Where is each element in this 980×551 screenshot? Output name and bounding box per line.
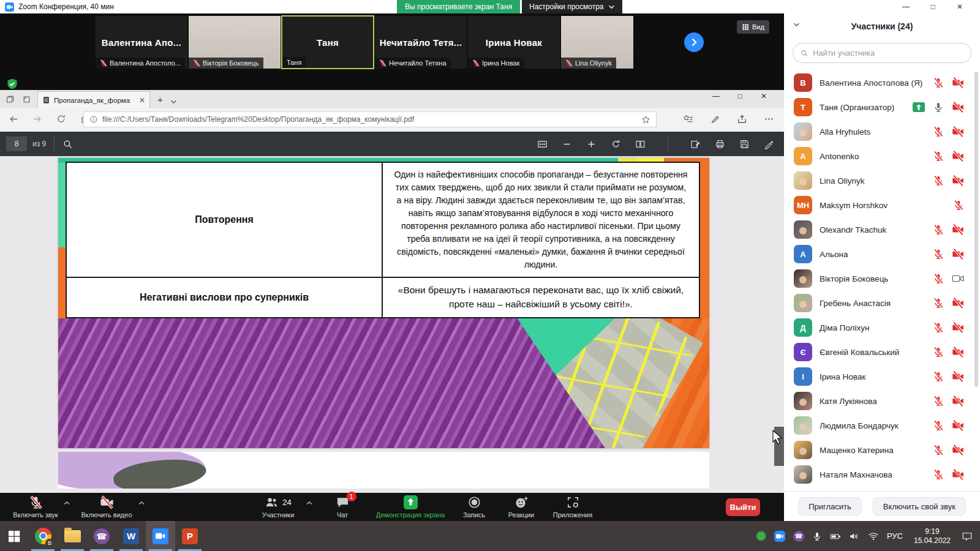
caret-up-icon[interactable] xyxy=(138,501,145,505)
minimize-button[interactable]: — xyxy=(897,0,915,13)
back-icon[interactable] xyxy=(9,114,19,124)
refresh-icon[interactable] xyxy=(56,114,66,124)
taskbar-viber[interactable]: ☎ xyxy=(87,521,116,551)
avatar xyxy=(794,220,812,239)
toolbar-record-button[interactable]: Запись xyxy=(454,495,494,519)
search-icon[interactable] xyxy=(62,139,73,149)
participant-row[interactable]: Гребень Анастасія xyxy=(784,291,980,315)
toolbar-reactions-button[interactable]: Реакции xyxy=(501,495,541,519)
unmute-self-button[interactable]: Включить свой звук xyxy=(873,497,966,515)
participant-row[interactable]: ВВалентина Апостолова (Я) xyxy=(784,70,980,95)
favorites-list-icon[interactable] xyxy=(683,114,693,124)
save-icon[interactable] xyxy=(739,139,750,149)
tabs-preview-icon[interactable] xyxy=(22,95,31,104)
taskbar-zoom[interactable] xyxy=(146,521,175,551)
video-tile-4[interactable]: Нечитайло Тетя...Нечитайло Тетяна xyxy=(374,15,467,69)
participant-row[interactable]: Наталя Махначова xyxy=(784,462,980,487)
browser-restore-button[interactable]: □ xyxy=(738,92,742,100)
participant-row[interactable]: Lina Oliynyk xyxy=(784,168,980,193)
taskbar-powerpoint[interactable]: P xyxy=(175,521,205,551)
info-icon[interactable] xyxy=(89,115,98,124)
page-number-field[interactable]: 8 xyxy=(6,137,27,151)
video-tile-5[interactable]: Ірина НовакІрина Новак xyxy=(467,15,560,69)
notification-center-icon[interactable] xyxy=(962,531,973,542)
panel-collapse-chevron-icon[interactable] xyxy=(793,23,800,27)
restore-button[interactable]: □ xyxy=(924,0,942,13)
view-button[interactable]: Вид xyxy=(737,20,769,34)
close-button[interactable]: ✕ xyxy=(951,0,969,13)
viber-tray-icon[interactable]: ☎ xyxy=(793,531,804,542)
set-tabs-aside-icon[interactable] xyxy=(6,95,15,104)
taskbar-chrome[interactable]: B xyxy=(28,521,58,551)
participant-row[interactable]: ТТаня (Организатор) xyxy=(784,95,980,119)
caret-up-icon[interactable] xyxy=(64,501,70,505)
tab-close-icon[interactable]: ✕ xyxy=(139,96,145,105)
participant-row[interactable]: ЄЄвгеній Ковальський xyxy=(784,340,980,364)
pdf-content-area[interactable]: Повторення Один із найефективніших спосо… xyxy=(0,156,784,493)
print-icon[interactable] xyxy=(715,139,725,149)
search-participant-input[interactable]: Найти участника xyxy=(793,43,971,63)
invite-button[interactable]: Пригласить xyxy=(798,497,862,515)
antivirus-tray-icon[interactable] xyxy=(756,531,766,541)
draw-icon[interactable] xyxy=(764,139,774,149)
volume-icon[interactable] xyxy=(849,531,860,542)
participant-row[interactable]: ІІрина Новак xyxy=(784,364,980,389)
video-muted-icon xyxy=(952,297,964,309)
favorites-star-icon[interactable] xyxy=(641,115,650,124)
new-tab-button[interactable]: + xyxy=(150,94,169,108)
toolbar-share-screen-button[interactable]: Демонстрация экрана xyxy=(368,495,453,519)
next-participants-button[interactable] xyxy=(684,32,704,52)
address-bar[interactable]: file:///C:/Users/Таня/Downloads/Telegram… xyxy=(83,111,657,127)
participant-row[interactable]: AAntonenko xyxy=(784,144,980,168)
participant-row[interactable]: Olexandr Tkachuk xyxy=(784,217,980,242)
video-tile-2[interactable]: Вікторія Боковець xyxy=(188,15,281,69)
video-tile-3[interactable]: ТаняТаня xyxy=(281,15,374,69)
participant-row[interactable]: ААльона xyxy=(784,242,980,266)
share-icon[interactable] xyxy=(737,114,747,124)
battery-icon[interactable] xyxy=(830,531,841,542)
participant-row[interactable]: Мащенко Катерина xyxy=(784,438,980,462)
browser-tab[interactable]: Пропаганда_як_форма ✕ xyxy=(37,91,150,108)
toolbar-chat-button[interactable]: 1Чат xyxy=(323,495,361,519)
toolbar-apps-button[interactable]: Приложения xyxy=(546,495,599,519)
browser-minimize-button[interactable]: — xyxy=(712,92,720,100)
forward-icon[interactable] xyxy=(32,114,42,124)
participant-name: Antonenko xyxy=(820,152,925,161)
pdf-scrollbar-thumb[interactable] xyxy=(774,427,784,466)
taskbar-explorer[interactable] xyxy=(58,521,87,551)
taskbar-word[interactable]: W xyxy=(116,521,146,551)
toolbar-item-label: Чат xyxy=(337,511,348,519)
zoom-out-icon[interactable] xyxy=(562,139,572,149)
participant-row[interactable]: ДДіма Поліхун xyxy=(784,315,980,340)
participant-row[interactable]: Alla Hryhulets xyxy=(784,119,980,144)
microphone-tray-icon[interactable] xyxy=(812,531,822,541)
view-settings-dropdown[interactable]: Настройки просмотра xyxy=(522,0,622,13)
participant-row[interactable]: MHMaksym Horshkov xyxy=(784,193,980,217)
participant-row[interactable]: Людмила Бондарчук xyxy=(784,413,980,438)
language-indicator[interactable]: РУС xyxy=(887,531,903,541)
caret-up-icon[interactable] xyxy=(306,501,312,505)
tab-list-chevron-icon[interactable] xyxy=(169,100,182,108)
browser-close-button[interactable]: ✕ xyxy=(761,92,767,100)
toolbar-mic-off-button[interactable]: Включить звук xyxy=(4,495,67,519)
web-note-pen-icon[interactable] xyxy=(710,114,720,124)
panel-scrollbar-thumb[interactable] xyxy=(974,72,978,387)
video-tile-1[interactable]: Валентина Апо...Валентина Апостоло... xyxy=(95,15,188,69)
annotate-icon[interactable] xyxy=(690,139,701,149)
network-icon[interactable] xyxy=(868,531,879,542)
leave-meeting-button[interactable]: Выйти xyxy=(726,498,760,516)
more-dots-icon[interactable] xyxy=(764,114,774,124)
participant-row[interactable]: Вікторія Боковець xyxy=(784,266,980,291)
rotate-icon[interactable] xyxy=(611,139,621,149)
page-view-icon[interactable] xyxy=(635,139,646,149)
toolbar-cam-off-button[interactable]: Включить видео xyxy=(71,495,142,519)
fit-width-icon[interactable] xyxy=(537,139,548,149)
video-tile-6[interactable]: Lina Oliynyk xyxy=(560,15,634,69)
clock[interactable]: 9:19 15.04.2022 xyxy=(911,527,954,545)
zoom-in-icon[interactable] xyxy=(586,139,597,149)
zoom-tray-icon[interactable] xyxy=(774,531,785,542)
toolbar-participants-button[interactable]: 24Участники xyxy=(246,495,310,519)
start-button[interactable] xyxy=(0,521,28,551)
record-icon xyxy=(467,495,481,509)
participant-row[interactable]: Катя Лукіянова xyxy=(784,389,980,413)
